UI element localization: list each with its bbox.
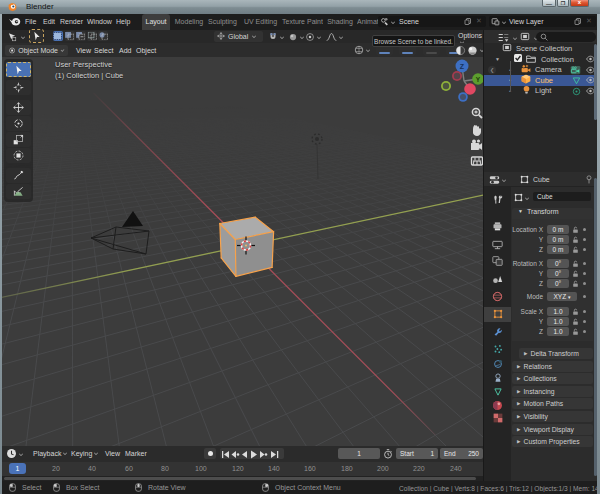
svg-text:Z: Z — [460, 63, 465, 70]
svg-text:Y: Y — [476, 76, 481, 83]
